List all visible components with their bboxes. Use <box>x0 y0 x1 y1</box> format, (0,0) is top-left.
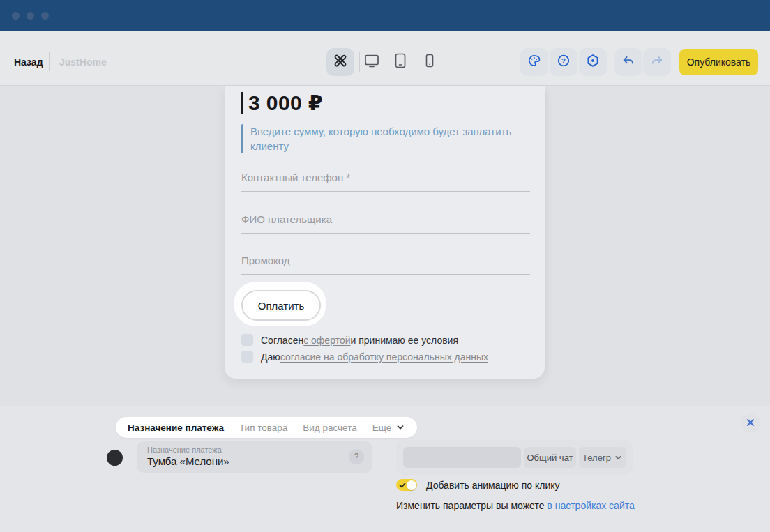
window-control-dot[interactable] <box>27 12 34 20</box>
undo-icon <box>621 53 636 71</box>
settings-panel: Назначение платежа Тип товара Вид расчет… <box>0 406 770 532</box>
tablet-view-button[interactable] <box>386 48 414 76</box>
animation-toggle[interactable] <box>396 479 417 491</box>
promo-code-field[interactable]: Промокод <box>241 254 530 275</box>
undo-button[interactable] <box>614 48 642 76</box>
settings-icon <box>585 53 601 71</box>
phone-icon <box>421 52 438 72</box>
text-caret <box>241 92 243 114</box>
palette-icon <box>527 53 542 71</box>
back-button[interactable]: Назад <box>14 56 43 68</box>
editor-window: Назад JustHome <box>0 0 770 532</box>
payment-purpose-input[interactable]: Назначение платежа Тумба «Мелони» ? <box>137 441 372 473</box>
edit-mode-button[interactable] <box>326 48 354 76</box>
hint-text: Введите сумму, которую необходимо будет … <box>250 124 517 153</box>
settings-tabs: Назначение платежа Тип товара Вид расчет… <box>116 417 417 438</box>
close-panel-button[interactable] <box>741 413 760 433</box>
edit-tools-icon <box>332 52 349 72</box>
site-name-label: JustHome <box>59 56 107 68</box>
check-icon <box>399 482 406 489</box>
tab-calculation-type[interactable]: Вид расчета <box>303 423 356 433</box>
consent-text-prefix: Согласен <box>261 335 303 346</box>
publish-button[interactable]: Опубликовать <box>679 49 758 75</box>
tab-more[interactable]: Еще <box>372 423 405 433</box>
toggle-knob <box>407 480 416 490</box>
desktop-view-button[interactable] <box>358 48 386 76</box>
consent-text-prefix: Даю <box>261 351 280 363</box>
tablet-icon <box>392 52 409 72</box>
promo-code-field-label: Промокод <box>241 254 290 266</box>
consent-text-suffix: и принимаю ее условия <box>351 335 459 346</box>
animation-toggle-row: Добавить анимацию по клику <box>396 479 560 491</box>
offer-consent-checkbox[interactable] <box>241 334 253 346</box>
tab-payment-purpose[interactable]: Назначение платежа <box>128 423 224 433</box>
help-icon: ? <box>556 53 571 71</box>
chevron-down-icon <box>614 453 623 462</box>
window-control-dot[interactable] <box>12 12 20 20</box>
payment-form-card: 3 000 ₽ Введите сумму, которую необходим… <box>225 86 545 379</box>
personal-data-consent-row: Даю согласие на обработку персональных д… <box>241 351 488 363</box>
payment-purpose-input-label: Назначение платежа <box>147 446 222 454</box>
general-chat-button[interactable]: Общий чат <box>524 447 576 468</box>
animation-toggle-label: Добавить анимацию по клику <box>426 480 560 491</box>
phone-view-button[interactable] <box>416 48 444 76</box>
tab-product-type[interactable]: Тип товара <box>239 423 287 433</box>
tab-more-label: Еще <box>372 423 391 433</box>
window-control-dot[interactable] <box>41 12 49 20</box>
window-titlebar <box>0 0 770 31</box>
element-color-dot[interactable] <box>107 450 123 466</box>
help-button[interactable]: ? <box>550 48 578 76</box>
close-icon <box>746 417 755 430</box>
panel-footer: Изменить параметры вы можете в настройка… <box>396 500 635 511</box>
payer-name-field[interactable]: ФИО плательщика <box>241 213 530 234</box>
phone-field-label: Контактный телефон * <box>241 172 350 183</box>
offer-link[interactable]: с офертой <box>303 335 350 346</box>
site-settings-link[interactable]: в настройках сайта <box>547 500 634 511</box>
editor-toolbar: Назад JustHome <box>0 31 770 86</box>
toolbar-divider <box>49 52 50 71</box>
telegram-select-button[interactable]: Телегр <box>579 447 626 468</box>
redo-icon <box>649 53 665 71</box>
amount-hint: Введите сумму, которую необходимо будет … <box>241 124 517 153</box>
phone-field[interactable]: Контактный телефон * <box>241 172 530 192</box>
pay-button[interactable]: Оплатить <box>241 290 321 321</box>
footer-text: Изменить параметры вы можете <box>396 500 547 511</box>
settings-button[interactable] <box>579 48 607 76</box>
theme-palette-button[interactable] <box>520 48 548 76</box>
redo-button[interactable] <box>643 48 671 76</box>
field-help-icon[interactable]: ? <box>349 449 364 464</box>
monitor-icon <box>363 52 380 72</box>
payment-purpose-input-value: Тумба «Мелони» <box>147 455 229 467</box>
personal-data-checkbox[interactable] <box>241 351 253 363</box>
payer-name-field-label: ФИО плательщика <box>241 213 332 225</box>
chevron-down-icon <box>395 423 405 432</box>
hint-accent-bar <box>241 124 243 153</box>
chat-name-input[interactable] <box>403 447 521 468</box>
chat-settings-group: Общий чат Телегр <box>396 440 633 475</box>
offer-consent-row: Согласен с офертой и принимаю ее условия <box>241 334 458 346</box>
svg-text:?: ? <box>561 56 566 64</box>
personal-data-link[interactable]: согласие на обработку персональных данны… <box>280 351 488 363</box>
amount-heading[interactable]: 3 000 ₽ <box>248 91 323 115</box>
telegram-select-label: Телегр <box>582 453 611 463</box>
